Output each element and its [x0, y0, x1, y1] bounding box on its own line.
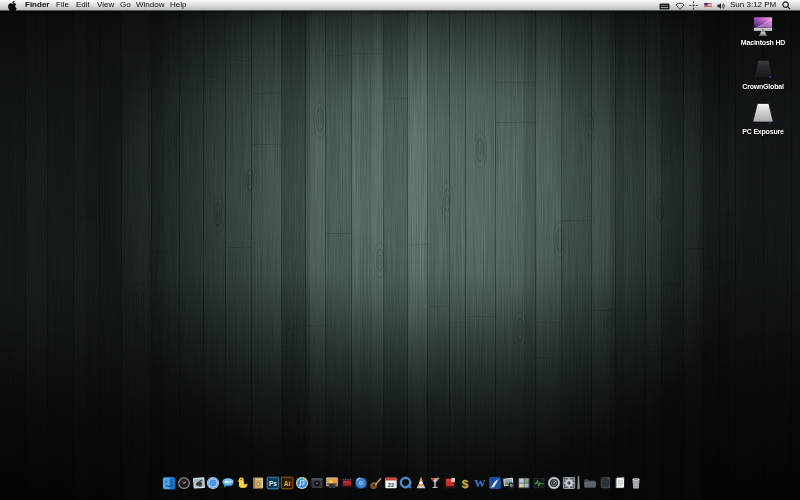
svg-text:22: 22 [388, 482, 395, 488]
svg-text:Ps: Ps [269, 480, 277, 487]
svg-text:Ai: Ai [284, 480, 291, 487]
svg-text:W: W [474, 477, 486, 489]
svg-text:$: $ [462, 477, 469, 490]
